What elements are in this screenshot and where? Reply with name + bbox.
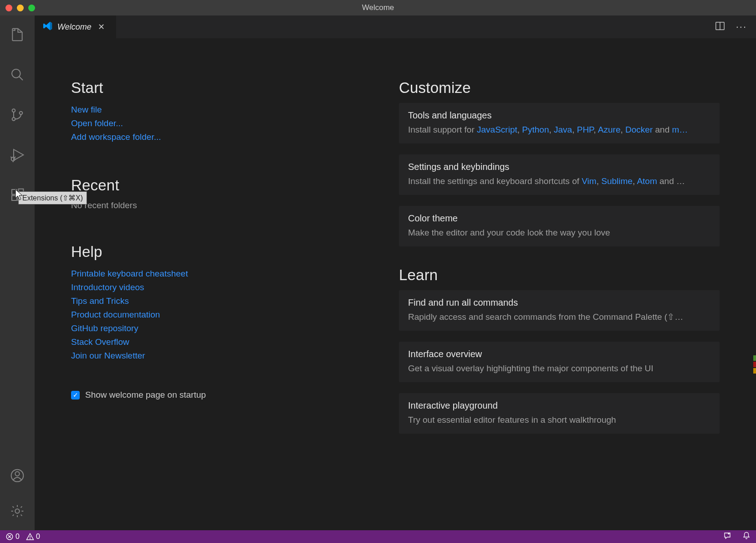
help-github-link[interactable]: GitHub repository <box>71 322 363 335</box>
window-maximize-button[interactable] <box>28 5 35 11</box>
accounts-icon[interactable] <box>4 462 31 489</box>
card-find-commands[interactable]: Find and run all commands Rapidly access… <box>399 290 720 331</box>
tab-welcome[interactable]: Welcome ✕ <box>35 15 117 38</box>
lang-python-link[interactable]: Python <box>522 125 549 134</box>
source-control-icon[interactable] <box>4 101 31 128</box>
tab-label: Welcome <box>57 22 92 32</box>
settings-gear-icon[interactable] <box>4 497 31 525</box>
svg-rect-10 <box>12 190 17 195</box>
svg-line-7 <box>10 157 12 158</box>
search-icon[interactable] <box>4 61 31 88</box>
startup-checkbox-row[interactable]: ✓ Show welcome page on startup <box>71 390 363 400</box>
svg-line-8 <box>14 157 15 158</box>
start-section: Start New file Open folder... Add worksp… <box>71 79 363 144</box>
lang-more-link[interactable]: m… <box>672 125 688 134</box>
tab-bar: Welcome ✕ ··· <box>35 15 756 38</box>
card-title: Color theme <box>408 213 710 224</box>
recent-section: Recent No recent folders <box>71 177 363 210</box>
start-heading: Start <box>71 79 363 97</box>
card-color-theme[interactable]: Color theme Make the editor and your cod… <box>399 206 720 246</box>
bell-icon[interactable] <box>742 532 751 542</box>
lang-docker-link[interactable]: Docker <box>625 125 653 134</box>
help-newsletter-link[interactable]: Join our Newsletter <box>71 349 363 363</box>
card-title: Settings and keybindings <box>408 162 710 172</box>
window-close-button[interactable] <box>5 5 12 11</box>
add-workspace-link[interactable]: Add workspace folder... <box>71 130 363 144</box>
help-docs-link[interactable]: Product documentation <box>71 308 363 322</box>
customize-heading: Customize <box>399 79 720 97</box>
card-title: Interface overview <box>408 349 710 359</box>
startup-checkbox-label: Show welcome page on startup <box>85 390 206 400</box>
svg-point-4 <box>20 112 23 115</box>
overview-ruler <box>753 355 756 396</box>
more-actions-icon[interactable]: ··· <box>736 21 747 33</box>
help-videos-link[interactable]: Introductory videos <box>71 281 363 294</box>
explorer-icon[interactable] <box>4 21 31 48</box>
help-stack-link[interactable]: Stack Overflow <box>71 335 363 349</box>
keymap-atom-link[interactable]: Atom <box>637 176 657 186</box>
run-debug-icon[interactable] <box>4 141 31 169</box>
warning-icon <box>26 533 34 541</box>
svg-point-2 <box>12 109 15 112</box>
open-folder-link[interactable]: Open folder... <box>71 117 363 130</box>
help-heading: Help <box>71 243 363 261</box>
card-desc: Get a visual overlay highlighting the ma… <box>408 362 710 375</box>
startup-checkbox[interactable]: ✓ <box>71 391 80 400</box>
lang-java-link[interactable]: Java <box>554 125 572 134</box>
window-title: Welcome <box>0 3 756 12</box>
recent-heading: Recent <box>71 177 363 194</box>
card-tools-languages[interactable]: Tools and languages Install support for … <box>399 103 720 143</box>
card-desc: Try out essential editor features in a s… <box>408 414 710 426</box>
svg-point-0 <box>12 69 20 78</box>
svg-rect-11 <box>12 195 17 200</box>
vscode-icon <box>43 21 53 33</box>
card-interactive-playground[interactable]: Interactive playground Try out essential… <box>399 393 720 434</box>
svg-point-16 <box>15 509 19 513</box>
lang-php-link[interactable]: PHP <box>577 125 594 134</box>
error-icon <box>5 533 14 541</box>
status-bar: 0 0 <box>0 530 756 543</box>
learn-heading: Learn <box>399 266 720 284</box>
svg-point-15 <box>15 471 19 476</box>
lang-js-link[interactable]: JavaScript <box>477 125 517 134</box>
card-desc: Install support for JavaScript, Python, … <box>408 123 710 136</box>
new-file-link[interactable]: New file <box>71 103 363 117</box>
activity-bar <box>0 15 35 530</box>
card-title: Find and run all commands <box>408 297 710 308</box>
window-minimize-button[interactable] <box>17 5 24 11</box>
svg-point-23 <box>30 538 31 539</box>
tooltip-extensions: Extensions (⇧⌘X) <box>18 191 87 205</box>
card-title: Interactive playground <box>408 400 710 411</box>
titlebar: Welcome <box>0 0 756 15</box>
card-desc: Rapidly access and search commands from … <box>408 311 710 323</box>
card-title: Tools and languages <box>408 110 710 121</box>
lang-azure-link[interactable]: Azure <box>598 125 621 134</box>
keymap-sublime-link[interactable]: Sublime <box>601 176 633 186</box>
keymap-vim-link[interactable]: Vim <box>582 176 596 186</box>
card-settings-keybindings[interactable]: Settings and keybindings Install the set… <box>399 154 720 195</box>
recent-empty: No recent folders <box>71 200 363 210</box>
welcome-page: Start New file Open folder... Add worksp… <box>35 38 756 530</box>
card-desc: Install the settings and keyboard shortc… <box>408 175 710 188</box>
svg-point-24 <box>728 533 729 534</box>
help-cheatsheet-link[interactable]: Printable keyboard cheatsheet <box>71 267 363 281</box>
editor-area: Welcome ✕ ··· Start New file Open folder… <box>35 15 756 530</box>
card-interface-overview[interactable]: Interface overview Get a visual overlay … <box>399 342 720 382</box>
status-warnings[interactable]: 0 <box>26 533 40 541</box>
svg-point-3 <box>12 118 15 121</box>
tab-close-icon[interactable]: ✕ <box>98 22 105 32</box>
split-editor-icon[interactable] <box>715 21 725 33</box>
svg-line-1 <box>19 77 23 80</box>
help-tips-link[interactable]: Tips and Tricks <box>71 294 363 308</box>
card-desc: Make the editor and your code look the w… <box>408 226 710 239</box>
help-section: Help Printable keyboard cheatsheet Intro… <box>71 243 363 363</box>
feedback-icon[interactable] <box>723 532 731 542</box>
status-errors[interactable]: 0 <box>5 533 20 541</box>
window-controls <box>5 5 35 11</box>
